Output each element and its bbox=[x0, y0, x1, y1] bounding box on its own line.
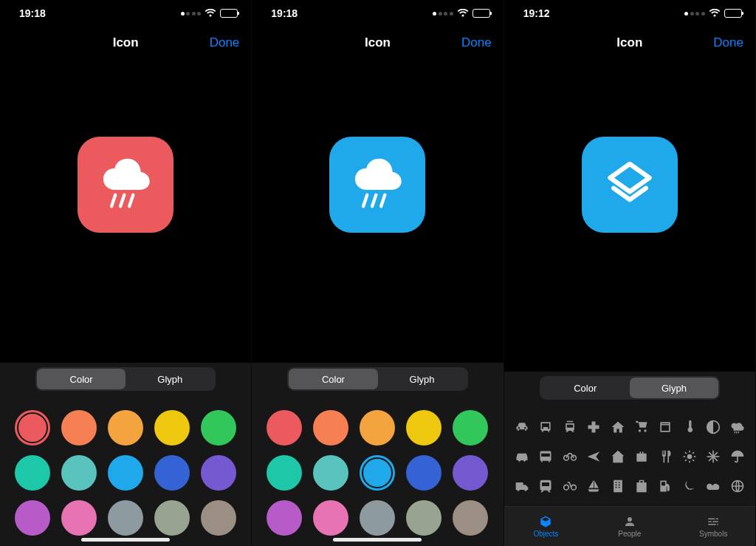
bicycle-alt-icon[interactable] bbox=[558, 474, 582, 499]
color-swatch[interactable] bbox=[360, 410, 395, 446]
svg-line-12 bbox=[685, 452, 687, 454]
umbrella-icon[interactable] bbox=[726, 444, 749, 469]
sliders-icon bbox=[706, 515, 721, 528]
home-indicator[interactable] bbox=[333, 538, 422, 542]
plus-medical-icon[interactable] bbox=[582, 414, 605, 440]
snowflake-icon[interactable] bbox=[701, 444, 725, 469]
moon-contrast-icon[interactable] bbox=[701, 414, 725, 440]
done-button[interactable]: Done bbox=[210, 35, 240, 50]
tab-color[interactable]: Color bbox=[289, 369, 377, 389]
color-picker bbox=[0, 397, 251, 546]
bus-alt-icon[interactable] bbox=[534, 444, 557, 469]
tram-icon[interactable] bbox=[558, 414, 582, 440]
svg-line-1 bbox=[120, 195, 124, 206]
status-time: 19:18 bbox=[271, 7, 298, 19]
status-bar: 19:18 bbox=[0, 0, 251, 27]
cube-icon bbox=[538, 515, 553, 528]
color-swatch[interactable] bbox=[108, 410, 143, 446]
shopping-cart-icon[interactable] bbox=[630, 414, 653, 440]
color-swatch[interactable] bbox=[360, 500, 395, 536]
gas-pump-icon[interactable] bbox=[653, 474, 677, 499]
color-swatch[interactable] bbox=[154, 455, 190, 491]
color-swatch[interactable] bbox=[108, 455, 143, 491]
subway-icon[interactable] bbox=[534, 474, 557, 499]
glyph-picker: Objects People Symbols bbox=[504, 406, 755, 546]
color-swatch[interactable] bbox=[267, 410, 302, 446]
tab-color[interactable]: Color bbox=[37, 369, 126, 389]
color-swatch[interactable] bbox=[61, 500, 97, 536]
wifi-icon bbox=[457, 9, 469, 18]
house-fill-icon[interactable] bbox=[605, 444, 629, 469]
rain-cloud-icon bbox=[346, 153, 409, 216]
truck-icon[interactable] bbox=[510, 474, 534, 499]
briefcase-icon[interactable] bbox=[630, 444, 653, 469]
utensils-icon[interactable] bbox=[653, 444, 677, 469]
category-objects[interactable]: Objects bbox=[504, 507, 588, 546]
color-swatch[interactable] bbox=[15, 410, 50, 446]
color-swatch[interactable] bbox=[313, 410, 348, 446]
category-symbols[interactable]: Symbols bbox=[672, 507, 755, 546]
bus-icon[interactable] bbox=[534, 414, 557, 440]
car-icon[interactable] bbox=[510, 414, 534, 440]
page-title: Icon bbox=[113, 35, 139, 50]
color-swatch[interactable] bbox=[313, 500, 348, 536]
color-swatch[interactable] bbox=[15, 455, 50, 491]
color-swatch[interactable] bbox=[453, 410, 488, 446]
color-swatch[interactable] bbox=[201, 455, 236, 491]
color-swatch[interactable] bbox=[15, 500, 50, 536]
color-swatch[interactable] bbox=[201, 500, 236, 536]
home-indicator[interactable] bbox=[81, 538, 170, 542]
sailboat-icon[interactable] bbox=[582, 474, 605, 499]
color-swatch[interactable] bbox=[61, 410, 97, 446]
icon-preview-area bbox=[252, 59, 503, 310]
done-button[interactable]: Done bbox=[713, 35, 743, 50]
color-swatch[interactable] bbox=[108, 500, 143, 536]
bicycle-icon[interactable] bbox=[558, 444, 582, 469]
status-bar: 19:18 bbox=[252, 0, 503, 27]
glyph-category-tabs: Objects People Symbols bbox=[504, 506, 755, 546]
sun-icon[interactable] bbox=[678, 444, 701, 469]
color-swatch[interactable] bbox=[154, 410, 190, 446]
color-swatch[interactable] bbox=[154, 500, 190, 536]
color-swatch[interactable] bbox=[267, 500, 302, 536]
color-swatch[interactable] bbox=[313, 455, 348, 491]
svg-line-13 bbox=[693, 460, 694, 461]
tab-glyph[interactable]: Glyph bbox=[630, 378, 718, 398]
icon-preview-area bbox=[0, 59, 251, 310]
calendar-alt-icon[interactable] bbox=[653, 414, 677, 440]
building-icon[interactable] bbox=[605, 474, 629, 499]
nav-bar: Icon Done bbox=[504, 27, 755, 59]
shortcuts-icon bbox=[601, 156, 659, 214]
color-swatch[interactable] bbox=[406, 455, 441, 491]
airplane-icon[interactable] bbox=[582, 444, 605, 469]
color-swatch[interactable] bbox=[453, 500, 488, 536]
color-swatch[interactable] bbox=[61, 455, 97, 491]
luggage-icon[interactable] bbox=[630, 474, 653, 499]
car-alt-icon[interactable] bbox=[510, 444, 534, 469]
person-icon bbox=[622, 515, 637, 528]
segmented-control: Color Glyph bbox=[540, 376, 720, 400]
globe-icon[interactable] bbox=[726, 474, 749, 499]
category-people[interactable]: People bbox=[588, 507, 671, 546]
done-button[interactable]: Done bbox=[461, 35, 492, 50]
thermometer-icon[interactable] bbox=[678, 414, 701, 440]
cellular-signal-icon bbox=[181, 12, 202, 16]
color-swatch[interactable] bbox=[406, 410, 441, 446]
color-swatch[interactable] bbox=[406, 500, 441, 536]
battery-icon bbox=[220, 9, 238, 18]
moon-icon[interactable] bbox=[678, 474, 701, 499]
house-icon[interactable] bbox=[605, 414, 629, 440]
tab-glyph[interactable]: Glyph bbox=[378, 369, 467, 389]
svg-line-0 bbox=[111, 195, 115, 206]
cloud-rain-icon[interactable] bbox=[726, 414, 749, 440]
color-swatch[interactable] bbox=[267, 455, 302, 491]
status-bar: 19:12 bbox=[504, 0, 755, 27]
tab-glyph[interactable]: Glyph bbox=[126, 369, 214, 389]
color-swatch[interactable] bbox=[360, 455, 395, 491]
icon-preview-area bbox=[504, 59, 755, 310]
color-swatch[interactable] bbox=[453, 455, 488, 491]
color-swatch[interactable] bbox=[201, 410, 236, 446]
cellular-signal-icon bbox=[433, 12, 453, 16]
cloud-icon[interactable] bbox=[701, 474, 725, 499]
tab-color[interactable]: Color bbox=[541, 378, 630, 398]
